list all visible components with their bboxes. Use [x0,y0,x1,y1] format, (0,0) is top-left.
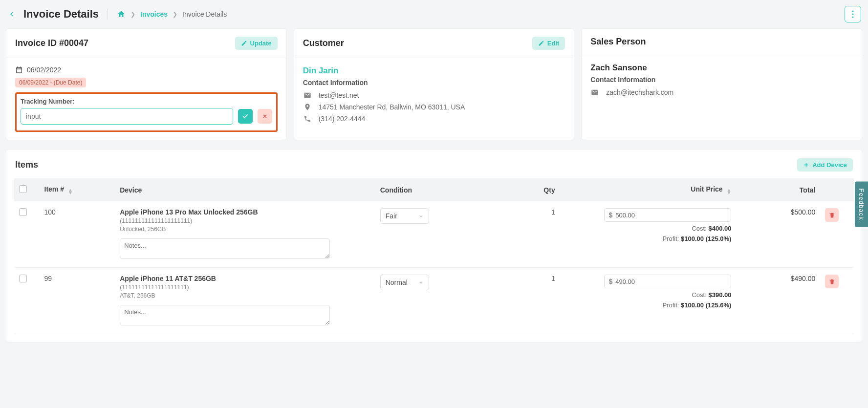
tracking-label: Tracking Number: [21,98,272,105]
items-section: Items Add Device Item # ▲▼ Device Condit [6,149,862,343]
chevron-right-icon: ❯ [173,11,177,18]
add-device-button[interactable]: Add Device [797,158,853,172]
notes-input[interactable] [120,305,330,325]
col-qty: Qty [493,178,560,201]
svg-point-2 [852,16,853,18]
more-options-button[interactable] [845,6,861,22]
contact-heading: Contact Information [303,79,565,86]
chevron-down-icon [418,280,424,285]
tracking-highlight: Tracking Number: [15,92,278,132]
condition-select[interactable]: Normal [380,275,429,290]
chevron-right-icon: ❯ [130,11,135,18]
select-all-checkbox[interactable] [19,185,27,193]
customer-address: 14751 Manchester Rd, Ballwin, MO 63011, … [319,103,465,111]
notes-input[interactable] [120,238,330,259]
col-unit-price-label: Unit Price [691,185,722,193]
back-button[interactable] [7,9,17,19]
device-name: Apple iPhone 11 AT&T 256GB [120,275,370,282]
feedback-tab[interactable]: Feedback [855,181,868,227]
condition-value: Fair [386,212,397,220]
delete-row-button[interactable] [825,275,839,288]
update-label: Update [250,40,272,47]
unit-price-input[interactable] [615,278,727,285]
profit-line: Profit: $100.00 (125.6%) [565,301,732,309]
svg-point-1 [852,13,853,15]
svg-point-0 [852,10,853,12]
dollar-icon: $ [608,211,612,219]
tracking-confirm-button[interactable] [238,109,253,124]
due-date-badge: 06/09/2022 - (Due Date) [15,78,86,87]
sort-icon: ▲▼ [727,189,732,194]
calendar-icon [15,66,23,74]
sales-title: Sales Person [590,37,646,47]
col-item-label: Item # [44,185,64,193]
item-number: 99 [40,268,115,334]
invoice-date: 06/02/2022 [27,66,61,74]
items-table: Item # ▲▼ Device Condition Qty Unit Pric… [14,178,854,334]
item-number: 100 [40,201,115,268]
col-condition: Condition [375,178,493,201]
customer-phone: (314) 202-4444 [319,115,366,123]
tracking-cancel-button[interactable] [258,109,272,124]
home-icon[interactable] [117,10,126,19]
row-total: $490.00 [736,268,820,334]
plus-icon [803,162,809,168]
cost-line: Cost: $400.00 [565,225,732,232]
row-checkbox[interactable] [19,275,27,282]
unit-price-input-wrap[interactable]: $ [604,208,731,222]
breadcrumb-current: Invoice Details [182,10,227,18]
pencil-icon [538,40,544,46]
invoice-id-title: Invoice ID #00047 [15,38,88,48]
phone-icon [303,115,312,123]
profit-line: Profit: $100.00 (125.0%) [565,235,732,242]
edit-label: Edit [547,40,560,47]
sales-person-name: Zach Sansone [590,63,853,73]
table-row: 100 Apple iPhone 13 Pro Max Unlocked 256… [14,201,854,268]
divider [108,9,108,20]
dollar-icon: $ [608,278,612,285]
page-title: Invoice Details [23,8,99,21]
device-variant: AT&T, 256GB [120,292,370,299]
delete-row-button[interactable] [825,208,839,222]
sales-card: Sales Person Zach Sansone Contact Inform… [581,28,862,140]
qty-value: 1 [493,201,560,268]
edit-customer-button[interactable]: Edit [532,37,565,50]
row-checkbox[interactable] [19,208,27,216]
row-total: $500.00 [736,201,820,268]
breadcrumb-invoices[interactable]: Invoices [140,10,168,18]
email-icon [590,88,599,96]
pencil-icon [241,40,247,46]
add-device-label: Add Device [812,161,847,169]
breadcrumb: ❯ Invoices ❯ Invoice Details [117,10,227,19]
unit-price-input[interactable] [615,212,727,219]
location-icon [303,103,312,111]
email-icon [303,91,312,99]
chevron-down-icon [418,214,424,219]
device-variant: Unlocked, 256GB [120,226,370,233]
col-item-no[interactable]: Item # ▲▼ [40,178,115,201]
update-button[interactable]: Update [235,37,278,50]
unit-price-input-wrap[interactable]: $ [604,275,731,288]
device-serial: (111111111111111111111) [120,217,370,224]
customer-email: test@test.net [319,91,359,99]
items-title: Items [15,160,38,170]
device-name: Apple iPhone 13 Pro Max Unlocked 256GB [120,208,370,216]
tracking-input[interactable] [21,108,233,125]
condition-value: Normal [386,279,408,286]
sales-contact-heading: Contact Information [590,76,853,84]
condition-select[interactable]: Fair [380,208,429,224]
customer-title: Customer [303,38,344,48]
customer-name-link[interactable]: Din Jarin [303,66,339,76]
device-serial: (11111111111111111111) [120,284,370,291]
table-row: 99 Apple iPhone 11 AT&T 256GB (111111111… [14,268,854,334]
cost-line: Cost: $390.00 [565,291,732,299]
col-total: Total [736,178,820,201]
col-unit-price[interactable]: Unit Price ▲▼ [560,178,737,201]
customer-card: Customer Edit Din Jarin Contact Informat… [294,28,575,140]
sort-icon: ▲▼ [68,189,73,194]
invoice-card: Invoice ID #00047 Update 06/02/2022 06/0… [6,28,287,140]
qty-value: 1 [493,268,560,334]
col-device: Device [115,178,375,201]
sales-email: zach@itechshark.com [606,88,673,96]
